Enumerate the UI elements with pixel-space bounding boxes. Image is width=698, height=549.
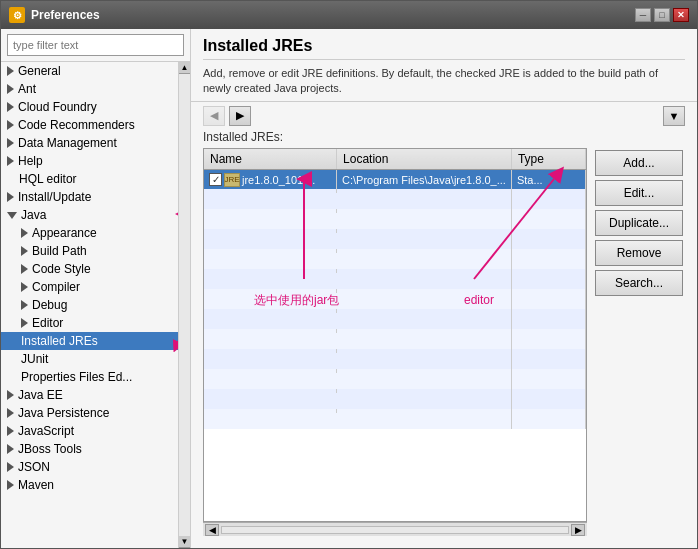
filter-box xyxy=(1,29,190,62)
forward-button[interactable]: ▶ xyxy=(229,106,251,126)
panel-body: Installed JREs: Name Location Type xyxy=(191,130,697,548)
sidebar-item-properties-files[interactable]: Properties Files Ed... xyxy=(1,368,178,386)
panel-title: Installed JREs xyxy=(203,37,685,60)
scroll-down-button[interactable]: ▼ xyxy=(179,536,190,548)
sidebar-label: Installed JREs xyxy=(21,334,98,348)
scroll-up-button[interactable]: ▲ xyxy=(179,62,190,74)
sidebar-label: Data Management xyxy=(18,136,117,150)
scroll-right-button[interactable]: ▶ xyxy=(571,524,585,536)
sidebar-item-junit[interactable]: JUnit xyxy=(1,350,178,368)
preferences-window: ⚙ Preferences ─ □ ✕ General xyxy=(0,0,698,549)
sidebar-item-data-management[interactable]: Data Management xyxy=(1,134,178,152)
remove-button[interactable]: Remove xyxy=(595,240,683,266)
window-title: Preferences xyxy=(31,8,629,22)
expand-arrow xyxy=(7,84,14,94)
expand-arrow xyxy=(21,282,28,292)
sidebar-label: Debug xyxy=(32,298,67,312)
sidebar-item-java[interactable]: Java xyxy=(1,206,178,224)
expand-arrow xyxy=(21,264,28,274)
expand-arrow xyxy=(21,246,28,256)
edit-button[interactable]: Edit... xyxy=(595,180,683,206)
sidebar-label: Java xyxy=(21,208,46,222)
table-row xyxy=(204,229,586,249)
sidebar-item-install-update[interactable]: Install/Update xyxy=(1,188,178,206)
table-row xyxy=(204,209,586,229)
panel-header: Installed JREs Add, remove or edit JRE d… xyxy=(191,29,697,102)
expand-arrow xyxy=(7,462,14,472)
filter-input[interactable] xyxy=(7,34,184,56)
jre-table: Name Location Type ✓ xyxy=(204,149,586,430)
sidebar-item-jboss-tools[interactable]: JBoss Tools xyxy=(1,440,178,458)
checkbox-icon[interactable]: ✓ xyxy=(209,173,222,186)
sidebar-item-cloud-foundry[interactable]: Cloud Foundry xyxy=(1,98,178,116)
table-row xyxy=(204,289,586,309)
jre-icon: JRE xyxy=(224,173,240,187)
sidebar-label: Editor xyxy=(32,316,63,330)
sidebar-item-editor[interactable]: Editor xyxy=(1,314,178,332)
sidebar-item-hql-editor[interactable]: HQL editor xyxy=(1,170,178,188)
expand-arrow xyxy=(7,102,14,112)
expand-arrow xyxy=(7,212,17,219)
sidebar-label: Cloud Foundry xyxy=(18,100,97,114)
scroll-track xyxy=(179,74,190,536)
table-row xyxy=(204,329,586,349)
sidebar-item-maven[interactable]: Maven xyxy=(1,476,178,494)
expand-arrow xyxy=(7,444,14,454)
sidebar-label: Java EE xyxy=(18,388,63,402)
cell-type: Sta... xyxy=(511,169,585,189)
expand-arrow xyxy=(7,138,14,148)
sidebar-item-general[interactable]: General xyxy=(1,62,178,80)
sidebar-label: Maven xyxy=(18,478,54,492)
sidebar-item-compiler[interactable]: Compiler xyxy=(1,278,178,296)
table-row xyxy=(204,309,586,329)
title-bar: ⚙ Preferences ─ □ ✕ xyxy=(1,1,697,29)
jre-section: Installed JREs: Name Location Type xyxy=(203,130,587,536)
sidebar-item-javascript[interactable]: JavaScript xyxy=(1,422,178,440)
close-button[interactable]: ✕ xyxy=(673,8,689,22)
expand-arrow xyxy=(21,318,28,328)
sidebar-item-json[interactable]: JSON xyxy=(1,458,178,476)
table-row[interactable]: ✓ JRE jre1.8.0_101 ... C:\Program Files\… xyxy=(204,169,586,189)
col-type: Type xyxy=(511,149,585,170)
sidebar-label: Appearance xyxy=(32,226,97,240)
sidebar-label: Install/Update xyxy=(18,190,91,204)
sidebar-item-code-recommenders[interactable]: Code Recommenders xyxy=(1,116,178,134)
sidebar-item-java-ee[interactable]: Java EE xyxy=(1,386,178,404)
table-row xyxy=(204,189,586,209)
expand-arrow xyxy=(7,120,14,130)
sidebar: General Ant Cloud Foundry xyxy=(1,29,191,548)
sidebar-item-installed-jres[interactable]: Installed JREs xyxy=(1,332,178,350)
sidebar-label: Help xyxy=(18,154,43,168)
sidebar-item-help[interactable]: Help xyxy=(1,152,178,170)
sidebar-label: Java Persistence xyxy=(18,406,109,420)
sidebar-label: Code Recommenders xyxy=(18,118,135,132)
tree: General Ant Cloud Foundry xyxy=(1,62,178,548)
sidebar-label: JSON xyxy=(18,460,50,474)
sidebar-scrollbar: ▲ ▼ xyxy=(178,62,190,548)
sidebar-label: Code Style xyxy=(32,262,91,276)
right-panel: Installed JREs Add, remove or edit JRE d… xyxy=(191,29,697,548)
main-content: General Ant Cloud Foundry xyxy=(1,29,697,548)
sidebar-label: JBoss Tools xyxy=(18,442,82,456)
table-row xyxy=(204,409,586,429)
expand-arrow xyxy=(7,408,14,418)
duplicate-button[interactable]: Duplicate... xyxy=(595,210,683,236)
sidebar-item-debug[interactable]: Debug xyxy=(1,296,178,314)
sidebar-item-build-path[interactable]: Build Path xyxy=(1,242,178,260)
add-button[interactable]: Add... xyxy=(595,150,683,176)
scroll-left-button[interactable]: ◀ xyxy=(205,524,219,536)
sidebar-label: Ant xyxy=(18,82,36,96)
menu-button[interactable]: ▼ xyxy=(663,106,685,126)
minimize-button[interactable]: ─ xyxy=(635,8,651,22)
sidebar-item-ant[interactable]: Ant xyxy=(1,80,178,98)
back-button[interactable]: ◀ xyxy=(203,106,225,126)
col-name: Name xyxy=(204,149,337,170)
sidebar-item-appearance[interactable]: Appearance xyxy=(1,224,178,242)
search-button[interactable]: Search... xyxy=(595,270,683,296)
maximize-button[interactable]: □ xyxy=(654,8,670,22)
sidebar-item-code-style[interactable]: Code Style xyxy=(1,260,178,278)
expand-arrow xyxy=(7,66,14,76)
cell-location: C:\Program Files\Java\jre1.8.0_... xyxy=(337,169,512,189)
sidebar-item-java-persistence[interactable]: Java Persistence xyxy=(1,404,178,422)
table-row xyxy=(204,369,586,389)
